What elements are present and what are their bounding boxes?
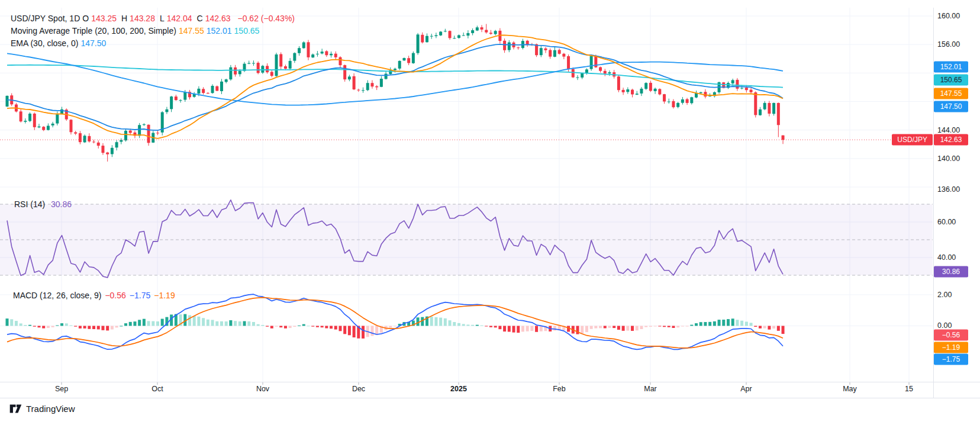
axis-price-badge: 147.55 [934,88,968,99]
ma-triple-values: 147.55152.01150.65 [179,26,262,36]
macd-value: −1.75 [130,291,150,300]
ohlc-item: H143.28 [121,14,157,23]
ohlc-values: O143.25H143.28L142.04C142.63 [82,14,235,23]
time-axis-label: Mar [644,385,657,393]
change-value: −0.62 (−0.43%) [238,14,295,23]
ema-legend-row[interactable]: EMA (30, close, 0)147.50 [11,38,108,48]
ma-triple-legend-row[interactable]: Moving Average Triple (20, 100, 200, Sim… [11,26,264,36]
macd-values: −0.56−1.75−1.19 [105,291,178,300]
last-price-symbol-badge: USD/JPY [892,134,933,146]
tradingview-logo-icon [9,404,22,414]
time-axis-label: 2025 [450,385,467,393]
time-axis-label: Sep [55,385,68,393]
axis-price-badge: 147.50 [934,101,968,112]
axis-price-badge: −1.19 [934,342,968,353]
axis-price-label: 40.00 [937,253,956,262]
rsi-value: 30.86 [51,199,72,209]
time-axis-label: Apr [740,385,752,393]
symbol-legend-row[interactable]: USD/JPY Spot, 1DO143.25H143.28L142.04C14… [11,14,297,23]
ma-value: 150.65 [234,26,260,36]
ma-value: 147.55 [179,26,204,36]
ohlc-item: L142.04 [160,14,195,23]
axis-price-badge: 30.86 [934,266,968,278]
chart-root: USD/JPY Spot, 1DO143.25H143.28L142.04C14… [0,0,980,425]
symbol-title: USD/JPY Spot, 1D [11,14,80,23]
time-axis-label: May [843,385,857,393]
axis-price-label: 0.00 [937,321,952,330]
rsi-label: RSI (14) [14,199,45,209]
rsi-legend-row[interactable]: RSI (14) 30.86 [14,199,72,209]
macd-label: MACD (12, 26, close, 9) [13,291,101,300]
price-chart-canvas[interactable] [0,0,980,425]
ema-value: 147.50 [80,38,106,48]
axis-price-badge: −0.56 [934,330,968,341]
axis-price-badge: 142.63 [934,134,968,146]
macd-legend-row[interactable]: MACD (12, 26, close, 9)−0.56−1.75−1.19 [13,291,179,300]
axis-price-label: 60.00 [937,218,956,226]
ohlc-item: O143.25 [82,14,119,23]
ohlc-item: C142.63 [197,14,233,23]
axis-price-badge: 150.65 [934,75,968,86]
time-axis-label: Nov [256,385,269,393]
axis-price-label: 144.00 [937,126,960,134]
axis-price-badge: −1.75 [934,354,968,365]
time-axis-label: Dec [352,385,365,393]
time-axis-label: Feb [553,385,566,393]
axis-price-label: 156.00 [937,40,960,49]
ema-label: EMA (30, close, 0) [11,38,78,48]
tradingview-brand-text: TradingView [26,404,75,414]
macd-value: −1.19 [154,291,175,300]
axis-price-label: 136.00 [937,185,960,194]
macd-value: −0.56 [105,291,125,300]
axis-price-label: 160.00 [937,12,960,20]
time-scale-border-top [0,382,980,382]
time-axis-label: 15 [905,385,913,393]
tradingview-attribution[interactable]: TradingView [9,404,75,414]
axis-price-label: 140.00 [937,154,960,163]
time-scale-border-bottom [0,398,980,398]
ma-value: 152.01 [207,26,232,36]
axis-price-label: 2.00 [937,291,952,299]
ma-triple-label: Moving Average Triple (20, 100, 200, Sim… [11,26,176,36]
axis-price-badge: 152.01 [934,62,968,73]
time-axis-label: Oct [151,385,163,393]
